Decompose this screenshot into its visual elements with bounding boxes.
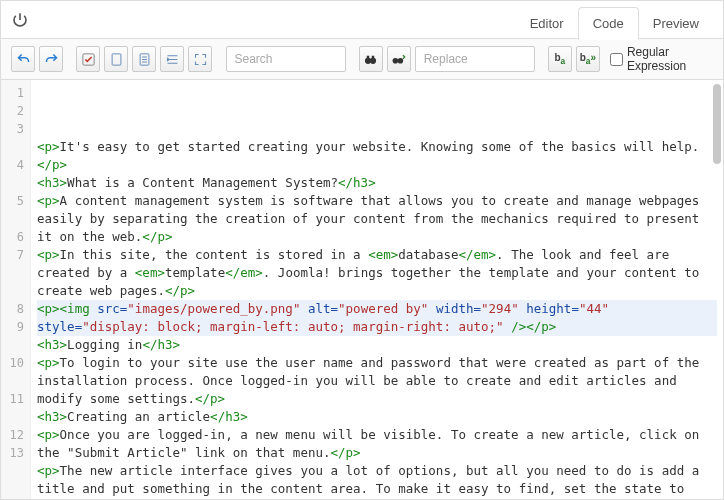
search-input[interactable] bbox=[226, 46, 346, 72]
regex-checkbox-wrap[interactable]: Regular Expression bbox=[610, 45, 713, 73]
tab-editor[interactable]: Editor bbox=[516, 8, 578, 39]
code-line[interactable]: <p>It's easy to get started creating you… bbox=[37, 138, 717, 174]
line-gutter: 12345678910111213 bbox=[1, 80, 31, 500]
power-icon[interactable] bbox=[11, 11, 29, 29]
svg-point-8 bbox=[398, 57, 404, 63]
regex-checkbox[interactable] bbox=[610, 53, 623, 66]
scrollbar-thumb[interactable] bbox=[713, 84, 721, 164]
replace-one-button[interactable]: ba bbox=[548, 46, 572, 72]
find-button[interactable] bbox=[359, 46, 383, 72]
code-line[interactable]: <h3>Logging in</h3> bbox=[37, 336, 717, 354]
code-editor: 12345678910111213 <p>It's easy to get st… bbox=[1, 80, 723, 500]
code-line[interactable]: <p>A content management system is softwa… bbox=[37, 192, 717, 246]
code-line[interactable]: <p>Once you are logged-in, a new menu wi… bbox=[37, 426, 717, 462]
doc-lines-button[interactable] bbox=[132, 46, 156, 72]
replace-input[interactable] bbox=[415, 46, 535, 72]
find-next-button[interactable] bbox=[387, 46, 411, 72]
svg-rect-5 bbox=[367, 55, 370, 58]
tab-preview[interactable]: Preview bbox=[639, 8, 713, 39]
fullscreen-button[interactable] bbox=[188, 46, 212, 72]
code-area[interactable]: <p>It's easy to get started creating you… bbox=[31, 80, 723, 500]
code-line[interactable]: <p>In this site, the content is stored i… bbox=[37, 246, 717, 300]
view-tabs: Editor Code Preview bbox=[516, 1, 713, 39]
indent-button[interactable] bbox=[160, 46, 184, 72]
regex-label: Regular Expression bbox=[627, 45, 713, 73]
undo-button[interactable] bbox=[11, 46, 35, 72]
toolbar: ba ba» Regular Expression bbox=[1, 39, 723, 80]
tab-code[interactable]: Code bbox=[578, 7, 639, 40]
svg-rect-6 bbox=[372, 55, 375, 58]
svg-point-7 bbox=[393, 57, 399, 63]
code-line[interactable]: <p><img src="images/powered_by.png" alt=… bbox=[37, 300, 717, 336]
code-line[interactable]: <h3>What is a Content Management System?… bbox=[37, 174, 717, 192]
code-line[interactable]: <p>The new article interface gives you a… bbox=[37, 462, 717, 500]
top-bar: Editor Code Preview bbox=[1, 1, 723, 39]
code-line[interactable]: <h3>Creating an article</h3> bbox=[37, 408, 717, 426]
svg-rect-1 bbox=[112, 53, 121, 64]
redo-button[interactable] bbox=[39, 46, 63, 72]
doc-button[interactable] bbox=[104, 46, 128, 72]
replace-all-button[interactable]: ba» bbox=[576, 46, 600, 72]
check-button[interactable] bbox=[76, 46, 100, 72]
code-line[interactable]: <p>To login to your site use the user na… bbox=[37, 354, 717, 408]
